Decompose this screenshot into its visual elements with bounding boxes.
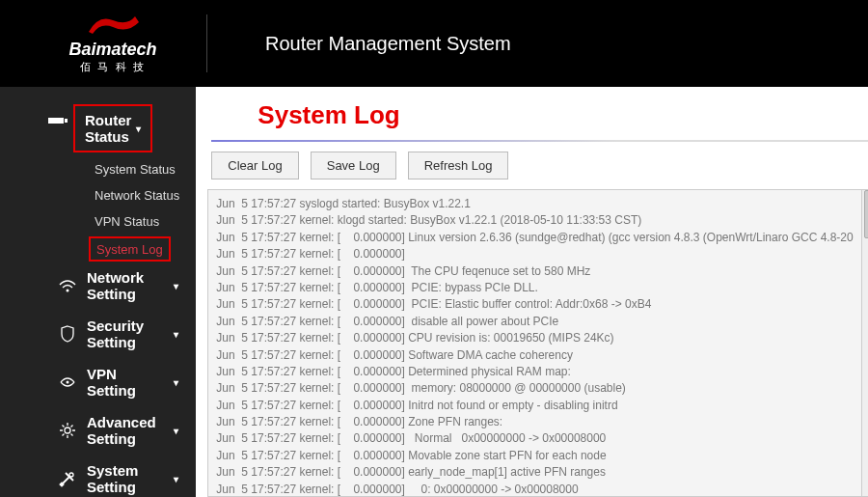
sidebar-sub-system-status[interactable]: System Status: [0, 156, 196, 182]
sidebar-sub-network-status[interactable]: Network Status: [0, 182, 196, 208]
svg-point-3: [67, 381, 69, 384]
sidebar-item-system-setting[interactable]: System Setting ▾: [0, 455, 196, 497]
wifi-icon: [58, 276, 77, 295]
security-setting-label: Security Setting: [87, 318, 169, 350]
save-log-button[interactable]: Save Log: [311, 152, 396, 179]
page-title: System Log: [196, 87, 868, 140]
sidebar-item-router-status[interactable]: Router Status ▾: [73, 104, 152, 152]
router-status-icon: [48, 112, 68, 128]
caret-down-icon: ▾: [174, 474, 178, 484]
sidebar-sub-system-log-highlight[interactable]: System Log: [89, 236, 171, 262]
network-setting-label: Network Setting: [87, 269, 169, 302]
refresh-log-button[interactable]: Refresh Log: [408, 152, 509, 179]
svg-point-4: [65, 428, 70, 433]
app-header: Baimatech 佰 马 科 技 Router Management Syst…: [0, 0, 868, 87]
brand-logo: Baimatech 佰 马 科 技: [19, 14, 207, 72]
svg-rect-1: [65, 119, 68, 123]
main-content: System Log Clear Log Save Log Refresh Lo…: [196, 87, 868, 497]
caret-down-icon: ▾: [174, 426, 178, 436]
caret-down-icon: ▾: [174, 329, 178, 340]
sidebar-sub-system-log: System Log: [96, 242, 163, 257]
brand-name: Baimatech: [68, 40, 156, 60]
action-button-row: Clear Log Save Log Refresh Log: [196, 152, 868, 189]
sidebar-item-network-setting[interactable]: Network Setting ▾: [0, 262, 196, 310]
sidebar-item-advanced-setting[interactable]: Advanced Setting ▾: [0, 406, 196, 455]
log-scrollbar[interactable]: [862, 189, 868, 497]
caret-down-icon: ▾: [174, 377, 178, 388]
router-status-label: Router Status: [85, 112, 131, 145]
title-divider: [211, 140, 868, 142]
gear-icon: [58, 421, 77, 440]
sidebar-item-security-setting[interactable]: Security Setting ▾: [0, 310, 196, 358]
caret-down-icon: ▾: [136, 124, 141, 134]
svg-point-2: [67, 290, 69, 292]
caret-down-icon: ▾: [174, 281, 178, 291]
sidebar: Router Status ▾ System Status Network St…: [0, 87, 196, 497]
signal-icon: [58, 373, 77, 392]
advanced-setting-label: Advanced Setting: [87, 414, 169, 447]
log-textarea[interactable]: Jun 5 17:57:27 syslogd started: BusyBox …: [207, 189, 861, 497]
sidebar-sub-vpn-status[interactable]: VPN Status: [0, 208, 196, 235]
horse-icon: [74, 13, 151, 38]
svg-rect-0: [48, 118, 64, 124]
app-title: Router Management System: [265, 33, 511, 55]
system-setting-label: System Setting: [87, 462, 169, 495]
svg-point-5: [69, 473, 73, 477]
shield-icon: [58, 324, 77, 344]
vpn-setting-label: VPN Setting: [87, 366, 169, 399]
brand-name-cn: 佰 马 科 技: [80, 60, 145, 74]
sidebar-item-vpn-setting[interactable]: VPN Setting ▾: [0, 358, 196, 406]
tools-icon: [58, 469, 77, 488]
clear-log-button[interactable]: Clear Log: [211, 152, 298, 179]
